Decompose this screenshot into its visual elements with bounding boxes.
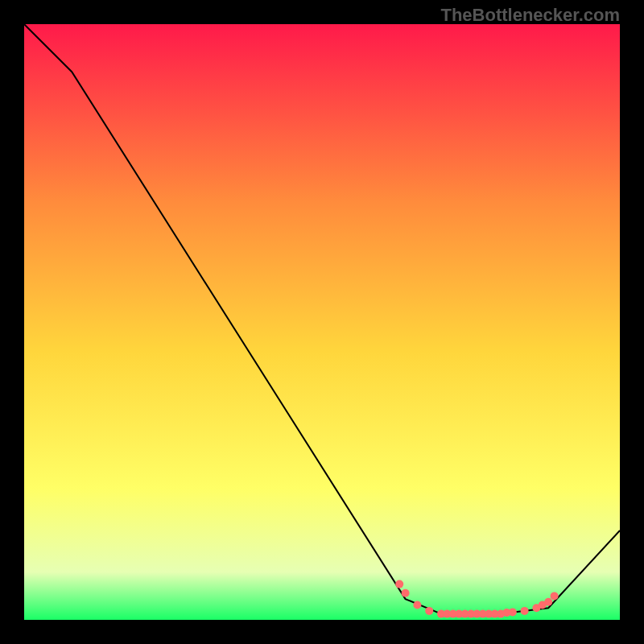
- marker-dot: [509, 608, 517, 616]
- marker-dot: [551, 592, 559, 600]
- marker-dot: [395, 580, 403, 588]
- chart-plot-area: [24, 24, 620, 620]
- watermark-text: TheBottlenecker.com: [440, 5, 620, 26]
- marker-dot: [413, 601, 421, 609]
- marker-dot: [402, 589, 410, 597]
- chart-svg: [24, 24, 620, 620]
- marker-dot: [544, 598, 552, 606]
- marker-dot: [425, 607, 433, 615]
- marker-dot: [521, 607, 529, 615]
- gradient-background: [24, 24, 620, 620]
